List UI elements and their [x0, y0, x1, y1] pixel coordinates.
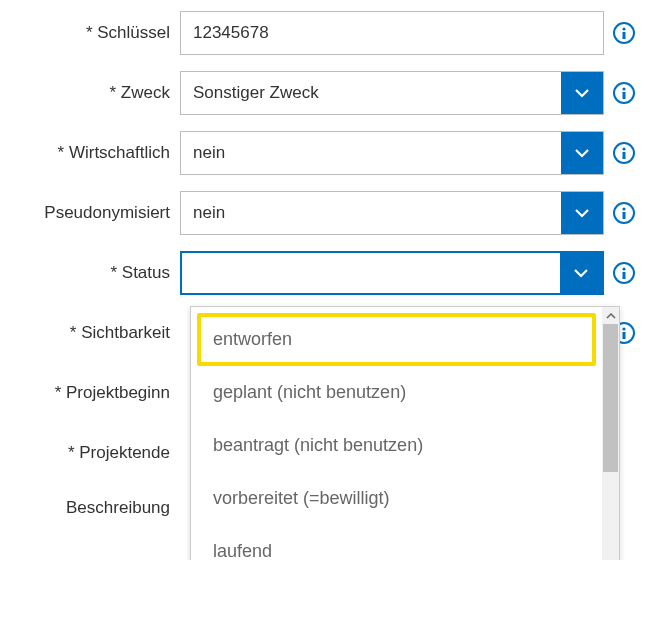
scrollbar-track	[602, 324, 619, 560]
status-select-value	[182, 253, 560, 293]
scrollbar-thumb[interactable]	[603, 324, 618, 472]
status-dropdown-list: entworfengeplant (nicht benutzen)beantra…	[191, 307, 602, 560]
commercial-select-value: nein	[181, 132, 561, 174]
form-page: * Schlüssel * Zweck Sonstiger Zweck	[0, 0, 656, 560]
scroll-up-icon	[602, 307, 619, 324]
row-pseudonymized: Pseudonymisiert nein	[12, 190, 644, 236]
label-commercial: * Wirtschaftlich	[12, 143, 180, 163]
label-visibility: * Sichtbarkeit	[12, 323, 180, 343]
svg-point-8	[622, 267, 625, 270]
status-option[interactable]: beantragt (nicht benutzen)	[197, 419, 596, 472]
label-project-end: * Projektende	[12, 443, 180, 463]
pseudonymized-select-value: nein	[181, 192, 561, 234]
svg-rect-11	[623, 332, 626, 339]
info-icon[interactable]	[613, 262, 635, 284]
svg-rect-7	[623, 212, 626, 219]
svg-point-4	[622, 147, 625, 150]
chevron-down-icon	[561, 72, 603, 114]
svg-rect-5	[623, 152, 626, 159]
dropdown-scrollbar[interactable]	[602, 307, 619, 560]
row-commercial: * Wirtschaftlich nein	[12, 130, 644, 176]
label-key: * Schlüssel	[12, 23, 180, 43]
status-option[interactable]: geplant (nicht benutzen)	[197, 366, 596, 419]
row-key: * Schlüssel	[12, 10, 644, 56]
svg-point-2	[622, 87, 625, 90]
svg-rect-1	[623, 32, 626, 39]
svg-point-10	[622, 327, 625, 330]
label-pseudonymized: Pseudonymisiert	[12, 203, 180, 223]
status-option[interactable]: vorbereitet (=bewilligt)	[197, 472, 596, 525]
status-dropdown-panel: entworfengeplant (nicht benutzen)beantra…	[190, 306, 620, 560]
control-key	[180, 11, 604, 55]
label-project-start: * Projektbeginn	[12, 383, 180, 403]
key-input[interactable]	[180, 11, 604, 55]
status-option[interactable]: laufend	[197, 525, 596, 560]
row-purpose: * Zweck Sonstiger Zweck	[12, 70, 644, 116]
purpose-select-value: Sonstiger Zweck	[181, 72, 561, 114]
chevron-down-icon	[561, 132, 603, 174]
pseudonymized-select[interactable]: nein	[180, 191, 604, 235]
svg-point-0	[622, 27, 625, 30]
label-status: * Status	[12, 263, 180, 283]
svg-point-6	[622, 207, 625, 210]
info-icon[interactable]	[613, 22, 635, 44]
chevron-down-icon	[560, 253, 602, 293]
status-select[interactable]	[180, 251, 604, 295]
row-status: * Status	[12, 250, 644, 296]
info-icon[interactable]	[613, 142, 635, 164]
status-option[interactable]: entworfen	[197, 313, 596, 366]
svg-rect-3	[623, 92, 626, 99]
info-icon[interactable]	[613, 82, 635, 104]
label-purpose: * Zweck	[12, 83, 180, 103]
info-icon[interactable]	[613, 202, 635, 224]
lower-rows: * Sichtbarkeit * Projektbeginn * Projekt…	[12, 310, 644, 536]
purpose-select[interactable]: Sonstiger Zweck	[180, 71, 604, 115]
label-description: Beschreibung	[12, 490, 180, 518]
chevron-down-icon	[561, 192, 603, 234]
svg-rect-9	[623, 272, 626, 279]
commercial-select[interactable]: nein	[180, 131, 604, 175]
